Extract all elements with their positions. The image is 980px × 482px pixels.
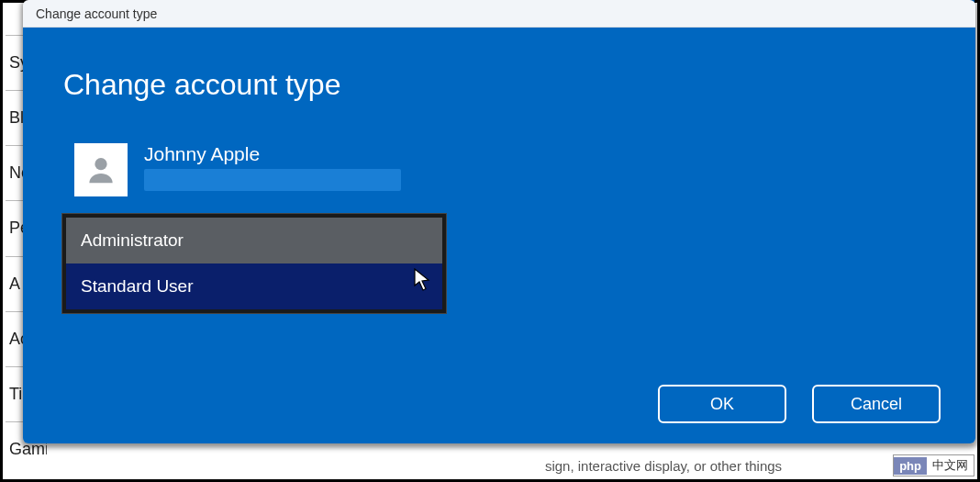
watermark-php: php: [894, 457, 927, 475]
bg-description-text: sign, interactive display, or other thin…: [452, 458, 874, 474]
user-name: Johnny Apple: [144, 143, 401, 165]
user-icon: [84, 152, 118, 187]
user-email-redacted: [144, 169, 401, 191]
svg-point-2: [95, 158, 106, 170]
watermark: php 中文网: [893, 454, 974, 476]
dialog-buttons: OK Cancel: [658, 385, 941, 423]
account-type-dropdown[interactable]: Administrator Standard User: [61, 213, 447, 314]
dialog-titlebar-text: Change account type: [36, 6, 157, 21]
dialog-body: Change account type Johnny Apple Adminis…: [23, 28, 975, 443]
avatar: [74, 143, 128, 196]
option-standard-user[interactable]: Standard User: [66, 263, 442, 309]
user-info: Johnny Apple: [74, 143, 401, 196]
option-administrator[interactable]: Administrator: [66, 218, 442, 263]
cancel-button[interactable]: Cancel: [812, 385, 941, 423]
user-text: Johnny Apple: [144, 143, 401, 191]
change-account-type-dialog: Change account type Change account type …: [23, 0, 975, 443]
ok-button[interactable]: OK: [658, 385, 786, 423]
watermark-cn: 中文网: [927, 455, 974, 476]
dialog-titlebar: Change account type: [23, 0, 975, 28]
dialog-heading: Change account type: [63, 68, 340, 102]
